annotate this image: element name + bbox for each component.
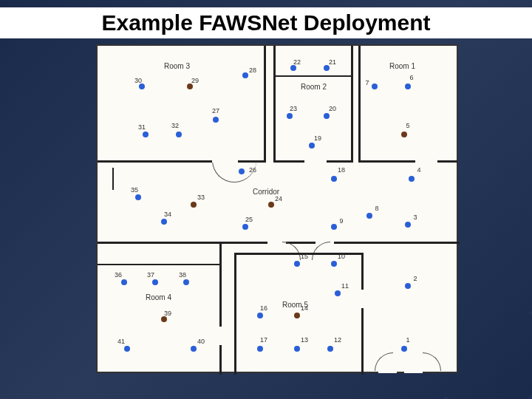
sensor-node-label: 6	[409, 74, 413, 81]
sensor-node-label: 22	[293, 58, 301, 66]
sensor-node-label: 24	[275, 195, 282, 202]
sensor-node-label: 15	[301, 253, 308, 260]
sensor-node-label: 20	[329, 105, 336, 112]
room-label: Room 1	[389, 62, 415, 70]
sensor-node	[191, 346, 197, 352]
sensor-node-label: 5	[406, 122, 409, 129]
sensor-node	[257, 346, 263, 352]
sensor-node	[135, 194, 141, 200]
sensor-node	[152, 279, 158, 285]
sensor-node-label: 36	[115, 271, 122, 279]
sensor-node	[242, 224, 248, 230]
sensor-node-label: 2	[413, 275, 417, 282]
sensor-node-label: 19	[314, 134, 321, 142]
sensor-node	[335, 290, 341, 296]
sensor-node	[331, 176, 337, 182]
room-label: Room 4	[146, 293, 171, 301]
sensor-node-label: 30	[134, 77, 142, 84]
sensor-node-label: 3	[413, 214, 417, 221]
sensor-node-label: 33	[197, 194, 205, 201]
sensor-node	[257, 313, 263, 318]
sensor-node-label: 31	[138, 123, 146, 131]
sensor-node	[401, 132, 407, 137]
sensor-node-label: 28	[249, 66, 256, 74]
sensor-node-label: 27	[212, 107, 219, 115]
sensor-node-label: 32	[171, 122, 179, 129]
sensor-node-label: 14	[301, 304, 308, 312]
sensor-node	[309, 143, 315, 149]
room-label: Room 2	[301, 83, 327, 91]
sensor-node	[242, 72, 248, 78]
sensor-node	[161, 316, 167, 322]
sensor-node	[139, 83, 145, 89]
slide-title: Example FAWSNet Deployment	[0, 7, 532, 38]
sensor-node-label: 39	[164, 310, 171, 317]
sensor-node	[124, 346, 130, 352]
sensor-node	[405, 83, 411, 89]
sensor-node	[287, 113, 293, 119]
sensor-node-label: 21	[329, 58, 336, 66]
sensor-node-label: 16	[260, 304, 267, 312]
sensor-node-label: 4	[417, 166, 420, 174]
sensor-node-label: 38	[179, 271, 186, 279]
sensor-node-label: 1	[406, 336, 409, 344]
floorplan-diagram: Room 3 Room 2 Room 1 Corridor Room 4 Roo…	[96, 44, 458, 373]
sensor-node-label: 11	[341, 282, 349, 290]
sensor-node-label: 13	[301, 336, 308, 344]
sensor-node	[294, 313, 300, 318]
sensor-node-label: 23	[290, 105, 297, 112]
sensor-node	[161, 219, 167, 225]
sensor-node	[187, 83, 193, 89]
sensor-node	[143, 132, 149, 137]
sensor-node-label: 37	[147, 271, 154, 279]
sensor-node	[372, 83, 378, 89]
sensor-node-label: 41	[117, 338, 125, 345]
sensor-node	[176, 132, 182, 137]
sensor-node	[191, 202, 197, 208]
sensor-node	[405, 222, 411, 228]
sensor-node	[324, 65, 330, 71]
sensor-node	[327, 346, 333, 352]
sensor-node-label: 9	[339, 217, 343, 225]
sensor-node	[331, 224, 337, 230]
sensor-node	[324, 113, 330, 119]
sensor-node-label: 34	[164, 211, 171, 218]
sensor-node	[183, 279, 189, 285]
sensor-node	[366, 213, 372, 219]
sensor-node	[401, 346, 407, 352]
sensor-node	[409, 176, 415, 182]
sensor-node-label: 26	[249, 166, 256, 174]
sensor-node	[239, 168, 245, 174]
sensor-node-label: 12	[334, 336, 341, 344]
sensor-node	[213, 117, 219, 123]
sensor-node-label: 17	[260, 336, 267, 344]
sensor-node-label: 35	[131, 186, 138, 194]
sensor-node	[290, 65, 296, 71]
sensor-node-label: 40	[197, 338, 205, 345]
sensor-node-label: 10	[338, 253, 345, 260]
sensor-node-label: 7	[365, 79, 369, 86]
sensor-node-label: 29	[191, 77, 199, 84]
sensor-node	[405, 283, 411, 289]
sensor-node-label: 18	[338, 166, 345, 174]
sensor-node	[331, 261, 337, 267]
sensor-node	[268, 202, 274, 208]
room-label: Room 3	[164, 62, 190, 70]
sensor-node	[121, 279, 127, 285]
sensor-node-label: 8	[375, 205, 378, 212]
sensor-node-label: 25	[245, 216, 253, 223]
sensor-node	[294, 261, 300, 267]
sensor-node	[294, 346, 300, 352]
